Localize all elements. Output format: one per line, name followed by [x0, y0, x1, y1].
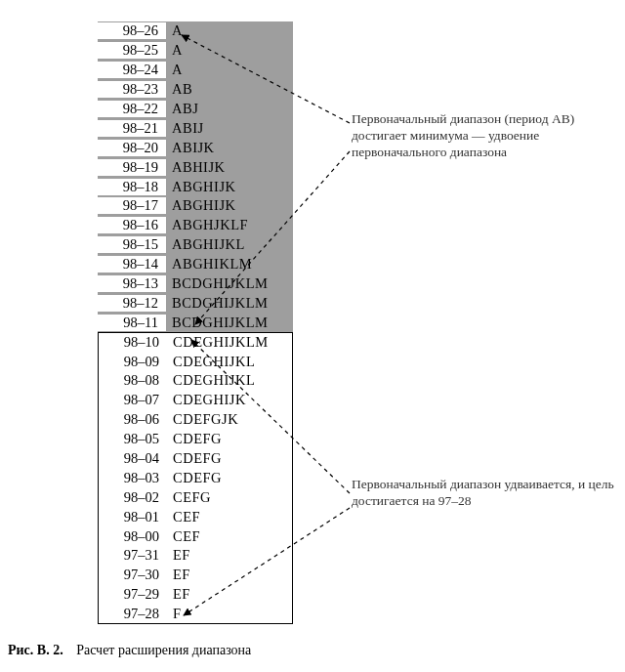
row-key: 98–17 [98, 197, 166, 214]
row-value: ABJ [166, 101, 293, 117]
row-value: CDEFG [167, 450, 292, 467]
row-value: CDEFGJK [167, 411, 292, 428]
table-row: 98–05CDEFG [98, 430, 293, 449]
row-value: ABGHJKLF [166, 217, 293, 233]
row-key: 97–28 [99, 606, 167, 622]
table-row: 98–16ABGHJKLF [98, 216, 293, 235]
row-value: CDEFG [167, 470, 292, 486]
row-key: 98–12 [98, 295, 166, 312]
row-key: 98–01 [99, 509, 167, 525]
row-value: BCDGHIJKLM [166, 275, 293, 292]
table-row: 98–11BCDGHIJKLM [98, 313, 293, 332]
table-row: 98–04CDEFG [98, 449, 293, 469]
table-row: 98–17ABGHIJK [98, 196, 293, 216]
row-key: 98–16 [98, 217, 166, 233]
leader-lines [0, 0, 625, 672]
row-value: ABGHIJKL [166, 236, 293, 253]
row-value: CDEGHIJKL [167, 354, 292, 370]
row-key: 98–23 [98, 81, 166, 98]
row-value: ABGHIJK [166, 179, 293, 195]
table-row: 98–21ABIJ [98, 118, 293, 138]
row-value: CEF [167, 528, 292, 545]
row-value: ABHIJK [166, 159, 293, 176]
figure-caption: Рис. В. 2. Расчет расширения диапазона [8, 643, 251, 658]
row-value: CDEGHIJK [167, 392, 292, 408]
table-row: 97–28F [98, 605, 293, 624]
row-value: ABGHIKLM [166, 256, 293, 273]
row-key: 98–26 [98, 22, 166, 39]
row-key: 98–11 [98, 315, 166, 331]
row-key: 98–03 [99, 470, 167, 486]
row-value: EF [167, 586, 292, 603]
row-key: 98–13 [98, 275, 166, 292]
table-row: 98–18ABGHIJK [98, 177, 293, 196]
table-row: 98–06CDEFGJK [98, 410, 293, 430]
row-value: EF [167, 547, 292, 564]
row-key: 98–22 [98, 101, 166, 117]
row-value: CEF [167, 509, 292, 525]
row-value: CDEFG [167, 431, 292, 447]
row-value: F [167, 606, 292, 622]
row-key: 97–29 [99, 586, 167, 603]
table-row: 98–07CDEGHIJK [98, 391, 293, 410]
row-value: BCDGHIJKLM [166, 295, 293, 312]
table-row: 98–22ABJ [98, 100, 293, 119]
table-row: 97–29EF [98, 585, 293, 605]
row-value: CDEGHIJKL [167, 372, 292, 389]
table-row: 98–12BCDGHIJKLM [98, 293, 293, 313]
table-row: 98–20ABIJK [98, 138, 293, 157]
table-row: 98–08CDEGHIJKL [98, 371, 293, 391]
table-row: 98–26A [98, 21, 293, 41]
row-key: 97–31 [99, 547, 167, 564]
table-row: 98–14ABGHIKLM [98, 255, 293, 274]
table-row: 98–23AB [98, 80, 293, 100]
row-key: 98–06 [99, 411, 167, 428]
table-row: 97–30EF [98, 566, 293, 585]
row-key: 98–08 [99, 372, 167, 389]
row-key: 98–18 [98, 179, 166, 195]
row-key: 98–19 [98, 159, 166, 176]
table-row: 98–25A [98, 41, 293, 61]
annotation-top: Первоначальный диапазон (период AB) дост… [352, 111, 625, 161]
row-value: A [166, 62, 293, 78]
row-value: ABIJK [166, 140, 293, 156]
diagram-canvas: 98–26A98–25A98–24A98–23AB98–22ABJ98–21AB… [0, 0, 625, 672]
caption-text: Расчет расширения диапазона [76, 643, 251, 657]
row-value: EF [167, 567, 292, 583]
row-key: 98–02 [99, 489, 167, 506]
table-row: 97–31EF [98, 546, 293, 566]
row-key: 97–30 [99, 567, 167, 583]
row-key: 98–20 [98, 140, 166, 156]
table-row: 98–03CDEFG [98, 468, 293, 487]
annotation-bottom: Первоначальный диапазон удваивается, и ц… [352, 477, 625, 510]
row-value: BCDGHIJKLM [166, 315, 293, 331]
table-row: 98–10CDEGHIJKLM [98, 332, 293, 352]
range-table: 98–26A98–25A98–24A98–23AB98–22ABJ98–21AB… [98, 21, 293, 624]
row-value: AB [166, 81, 293, 98]
row-value: CDEGHIJKLM [167, 334, 292, 351]
row-key: 98–14 [98, 256, 166, 273]
row-value: A [166, 22, 293, 39]
row-key: 98–24 [98, 62, 166, 78]
row-key: 98–25 [98, 42, 166, 59]
table-row: 98–19ABHIJK [98, 157, 293, 177]
table-row: 98–02CEFG [98, 487, 293, 507]
table-row: 98–01CEF [98, 507, 293, 526]
table-row: 98–09CDEGHIJKL [98, 352, 293, 371]
row-value: ABIJ [166, 120, 293, 137]
row-key: 98–21 [98, 120, 166, 137]
table-row: 98–24A [98, 61, 293, 80]
row-key: 98–10 [99, 334, 167, 351]
row-key: 98–07 [99, 392, 167, 408]
row-key: 98–09 [99, 354, 167, 370]
row-value: CEFG [167, 489, 292, 506]
row-key: 98–15 [98, 236, 166, 253]
table-row: 98–13BCDGHIJKLM [98, 274, 293, 294]
row-key: 98–00 [99, 528, 167, 545]
caption-label: Рис. В. 2. [8, 643, 63, 657]
row-key: 98–04 [99, 450, 167, 467]
table-row: 98–15ABGHIJKL [98, 235, 293, 255]
row-value: A [166, 42, 293, 59]
row-value: ABGHIJK [166, 197, 293, 214]
row-key: 98–05 [99, 431, 167, 447]
